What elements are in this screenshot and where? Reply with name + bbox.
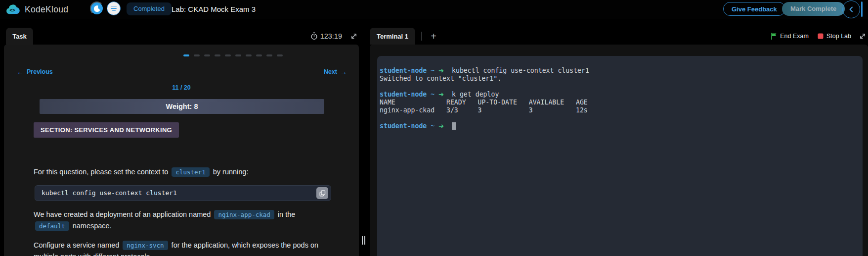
stop-lab-label: Stop Lab [826, 33, 851, 40]
mark-complete-button[interactable]: Mark Complete [782, 2, 845, 16]
copy-command-button[interactable] [316, 187, 328, 199]
stop-lab-button[interactable]: Stop Lab [818, 33, 851, 40]
timer-value: 123:19 [320, 32, 342, 40]
task-content: ← Previous Next → 11 / 20 Weight: 8 SECT… [4, 45, 359, 256]
task-panel: Task 123:19 ← Previous [4, 19, 359, 256]
progress-dash[interactable] [246, 54, 252, 56]
terminal-line: student-node ~ ➜ [380, 122, 589, 130]
terminal-panel-controls: End Exam Stop Lab [771, 28, 866, 45]
app-header: <> KodeKloud Completed Lab: CKAD Mock Ex… [0, 0, 868, 19]
panel-edge-bar [861, 1, 863, 17]
stop-square-icon [818, 33, 824, 39]
tab-task[interactable]: Task [6, 28, 33, 45]
kodekloud-lab-screen: { "header": { "brand": "KodeKloud", "sta… [0, 0, 868, 256]
expand-terminal-icon[interactable] [859, 33, 866, 40]
question-counter: 11 / 20 [4, 84, 359, 91]
progress-dash[interactable] [225, 54, 231, 56]
text-segment: by running: [211, 168, 249, 176]
text-segment: namespace. [71, 222, 112, 230]
text-segment: We have created a deployment of an appli… [34, 210, 213, 218]
exam-timer: 123:19 [310, 32, 342, 40]
command-code-block: kubectl config use-context cluster1 [35, 185, 331, 201]
progress-dash[interactable] [277, 54, 283, 56]
arrow-left-icon: ← [17, 68, 24, 76]
flag-icon [771, 33, 777, 40]
page-title: Lab: CKAD Mock Exam 3 [172, 5, 256, 13]
progress-dash[interactable] [235, 54, 241, 56]
weight-bar: Weight: 8 [40, 99, 324, 114]
kodekloud-logo-icon: <> [5, 3, 20, 16]
menu-icon [111, 6, 117, 7]
inline-code-chip: default [35, 221, 69, 231]
progress-dash[interactable] [266, 54, 272, 56]
menu-button[interactable] [107, 1, 121, 15]
svg-text:<>: <> [9, 7, 15, 13]
previous-label: Previous [27, 68, 53, 75]
task-panel-controls: 123:19 [310, 28, 357, 45]
progress-dash[interactable] [204, 54, 210, 56]
copy-icon [319, 190, 326, 197]
give-feedback-button[interactable]: Give Feedback [723, 2, 785, 16]
brand: <> KodeKloud [5, 2, 68, 16]
moon-icon [93, 5, 101, 12]
collapse-sidebar-button[interactable] [842, 0, 860, 18]
panel-resize-handle[interactable] [362, 236, 365, 245]
text-segment: Configure a service named [34, 241, 121, 249]
end-exam-label: End Exam [780, 33, 809, 40]
progress-dash[interactable] [256, 54, 262, 56]
inline-code-chip: nginx-svcn [123, 241, 168, 250]
previous-question-link[interactable]: ← Previous [17, 68, 53, 76]
tab-separator [421, 32, 422, 41]
next-question-link[interactable]: Next → [324, 68, 347, 76]
inline-code-chip: cluster1 [172, 167, 209, 177]
terminal-screen[interactable]: student-node ~ ➜ kubectl config use-cont… [377, 56, 863, 256]
progress-dashes [183, 54, 283, 56]
terminal-tab-label: Terminal 1 [377, 33, 408, 40]
progress-dash[interactable] [183, 54, 189, 56]
terminal-line: NAME READY UP-TO-DATE AVAILABLE AGE [380, 99, 589, 106]
service-paragraph: Configure a service named nginx-svcn for… [34, 240, 332, 256]
next-label: Next [324, 68, 337, 75]
deployment-paragraph: We have created a deployment of an appli… [34, 209, 301, 232]
text-segment: in the [276, 210, 296, 218]
terminal-line: Switched to context "cluster1". [380, 75, 589, 83]
chevron-left-icon [848, 6, 854, 12]
terminal-line [380, 114, 589, 122]
terminal-body: student-node ~ ➜ kubectl config use-cont… [370, 45, 868, 256]
terminal-line [380, 83, 589, 91]
status-badge: Completed [127, 2, 172, 15]
end-exam-button[interactable]: End Exam [771, 33, 809, 40]
expand-task-panel-icon[interactable] [350, 33, 357, 40]
workspace: Task 123:19 ← Previous [0, 19, 868, 256]
section-badge: SECTION: SERVICES AND NETWORKING [34, 122, 179, 138]
text-segment: For this question, please set the contex… [34, 168, 170, 176]
inline-code-chip: nginx-app-ckad [214, 210, 274, 219]
tab-terminal-1[interactable]: Terminal 1 [370, 28, 415, 45]
dark-mode-toggle[interactable] [90, 1, 104, 15]
terminal-line: student-node ~ ➜ k get deploy [380, 91, 589, 99]
terminal-line: nginx-app-ckad 3/3 3 3 12s [380, 106, 589, 114]
brand-name: KodeKloud [25, 4, 68, 15]
new-terminal-button[interactable]: + [426, 28, 441, 45]
progress-dash[interactable] [215, 54, 220, 56]
progress-dash[interactable] [194, 54, 200, 56]
command-text: kubectl config use-context cluster1 [42, 186, 177, 201]
terminal-panel: Terminal 1 + End Exam Stop Lab [370, 19, 868, 256]
question-intro-paragraph: For this question, please set the contex… [34, 166, 330, 178]
arrow-right-icon: → [340, 68, 347, 76]
terminal-line: student-node ~ ➜ kubectl config use-cont… [380, 67, 589, 75]
stopwatch-icon [310, 32, 318, 40]
task-tab-label: Task [12, 33, 27, 40]
terminal-output: student-node ~ ➜ kubectl config use-cont… [380, 67, 589, 130]
